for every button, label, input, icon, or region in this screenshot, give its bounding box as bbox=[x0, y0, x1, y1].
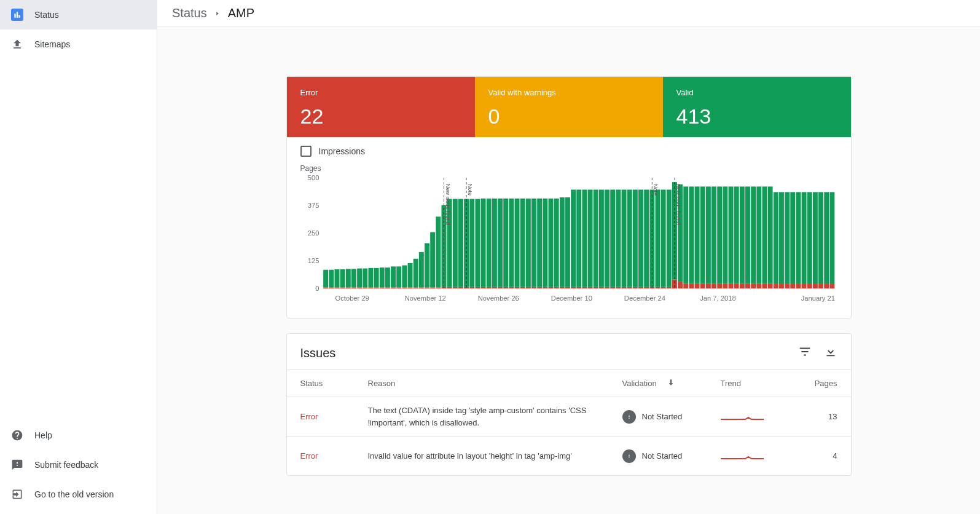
svg-rect-29 bbox=[385, 267, 390, 287]
svg-rect-63 bbox=[480, 199, 485, 287]
svg-rect-94 bbox=[571, 287, 576, 288]
svg-rect-164 bbox=[767, 284, 772, 288]
svg-rect-87 bbox=[548, 199, 553, 287]
filter-icon[interactable] bbox=[798, 345, 812, 361]
svg-rect-156 bbox=[745, 284, 750, 288]
svg-rect-23 bbox=[368, 268, 373, 288]
svg-rect-71 bbox=[503, 199, 508, 287]
svg-rect-180 bbox=[812, 283, 817, 288]
bar-chart-icon bbox=[10, 7, 25, 22]
summary-card: Error 22 Valid with warnings 0 Valid 413 bbox=[286, 76, 852, 318]
svg-rect-149 bbox=[723, 186, 727, 283]
col-header-pages[interactable]: Pages bbox=[801, 379, 837, 388]
svg-rect-9 bbox=[329, 270, 334, 288]
sort-desc-icon bbox=[667, 378, 675, 389]
svg-rect-54 bbox=[458, 287, 463, 288]
upload-icon bbox=[10, 37, 25, 52]
svg-rect-73 bbox=[509, 199, 514, 287]
svg-rect-84 bbox=[543, 287, 547, 288]
svg-rect-119 bbox=[638, 189, 643, 287]
svg-rect-31 bbox=[391, 266, 396, 287]
svg-rect-147 bbox=[717, 186, 722, 283]
exit-icon bbox=[10, 487, 25, 502]
svg-rect-30 bbox=[391, 288, 396, 288]
svg-rect-62 bbox=[480, 287, 485, 288]
svg-rect-184 bbox=[824, 283, 829, 288]
col-header-reason[interactable]: Reason bbox=[368, 378, 622, 390]
svg-rect-45 bbox=[430, 232, 435, 288]
chart-axis-title: Pages bbox=[300, 164, 837, 173]
svg-rect-152 bbox=[734, 284, 739, 288]
svg-text:Jan 7, 2018: Jan 7, 2018 bbox=[700, 295, 735, 302]
svg-rect-66 bbox=[492, 287, 496, 288]
svg-rect-70 bbox=[503, 287, 508, 288]
svg-rect-170 bbox=[785, 283, 790, 288]
svg-rect-148 bbox=[723, 284, 727, 288]
svg-rect-36 bbox=[407, 288, 412, 288]
sidebar-item-label: Go to the old version bbox=[34, 489, 114, 499]
col-header-trend[interactable]: Trend bbox=[721, 379, 801, 388]
stat-tile-error[interactable]: Error 22 bbox=[287, 77, 475, 137]
col-header-validation[interactable]: Validation bbox=[622, 378, 721, 389]
cell-validation: Not Started bbox=[622, 449, 721, 463]
svg-text:250: 250 bbox=[307, 229, 319, 237]
svg-rect-146 bbox=[717, 284, 722, 288]
svg-rect-128 bbox=[666, 287, 671, 288]
download-icon[interactable] bbox=[824, 345, 837, 361]
svg-rect-179 bbox=[807, 192, 812, 283]
stat-label: Valid with warnings bbox=[488, 88, 649, 97]
stat-tile-warning[interactable]: Valid with warnings 0 bbox=[475, 77, 663, 137]
cell-reason: The text (CDATA) inside tag 'style amp-c… bbox=[368, 405, 622, 429]
help-icon bbox=[10, 428, 25, 443]
svg-rect-167 bbox=[773, 192, 778, 283]
svg-rect-60 bbox=[475, 287, 480, 288]
svg-rect-121 bbox=[644, 189, 649, 287]
sidebar-item-help[interactable]: Help bbox=[0, 421, 157, 450]
svg-rect-186 bbox=[829, 283, 834, 288]
table-row[interactable]: Error The text (CDATA) inside tag 'style… bbox=[287, 397, 851, 436]
svg-rect-16 bbox=[351, 288, 356, 288]
svg-text:November 12: November 12 bbox=[404, 295, 445, 302]
svg-rect-151 bbox=[728, 186, 733, 283]
svg-rect-35 bbox=[402, 266, 407, 288]
impressions-label: Impressions bbox=[319, 146, 365, 156]
cell-validation: Not Started bbox=[622, 410, 721, 424]
svg-text:October 29: October 29 bbox=[335, 295, 369, 302]
alert-icon bbox=[622, 449, 636, 463]
sidebar-item-label: Help bbox=[34, 430, 52, 440]
cell-status: Error bbox=[300, 451, 368, 461]
svg-text:New issue found: New issue found bbox=[444, 184, 450, 224]
sidebar-item-feedback[interactable]: Submit feedback bbox=[0, 450, 157, 480]
svg-text:December 24: December 24 bbox=[624, 295, 665, 302]
svg-rect-126 bbox=[661, 287, 665, 288]
svg-rect-136 bbox=[689, 284, 694, 288]
sidebar-item-label: Submit feedback bbox=[34, 460, 98, 470]
svg-rect-42 bbox=[425, 288, 429, 288]
stat-tile-valid[interactable]: Valid 413 bbox=[663, 77, 851, 137]
svg-rect-101 bbox=[587, 189, 592, 287]
svg-rect-59 bbox=[469, 199, 474, 287]
svg-rect-22 bbox=[368, 288, 373, 288]
svg-rect-24 bbox=[374, 288, 378, 288]
sidebar-item-status[interactable]: Status bbox=[0, 0, 157, 30]
svg-text:Note: Note bbox=[467, 184, 473, 196]
stat-label: Error bbox=[300, 88, 461, 97]
svg-rect-110 bbox=[616, 287, 621, 288]
svg-rect-112 bbox=[621, 287, 626, 288]
svg-rect-154 bbox=[739, 284, 744, 288]
stat-value: 22 bbox=[300, 105, 461, 128]
svg-rect-52 bbox=[452, 287, 457, 288]
svg-rect-155 bbox=[739, 186, 744, 283]
breadcrumb-root[interactable]: Status bbox=[172, 6, 207, 20]
svg-text:125: 125 bbox=[307, 257, 319, 264]
sidebar-item-sitemaps[interactable]: Sitemaps bbox=[0, 30, 157, 59]
svg-rect-20 bbox=[363, 288, 367, 288]
svg-rect-37 bbox=[407, 263, 412, 288]
table-row[interactable]: Error Invalid value for attribute in lay… bbox=[287, 436, 851, 475]
impressions-checkbox[interactable] bbox=[300, 146, 312, 157]
svg-rect-55 bbox=[458, 199, 463, 287]
svg-rect-27 bbox=[379, 267, 384, 287]
col-header-status[interactable]: Status bbox=[300, 379, 368, 388]
svg-rect-74 bbox=[514, 287, 519, 288]
sidebar-item-old-version[interactable]: Go to the old version bbox=[0, 480, 157, 509]
